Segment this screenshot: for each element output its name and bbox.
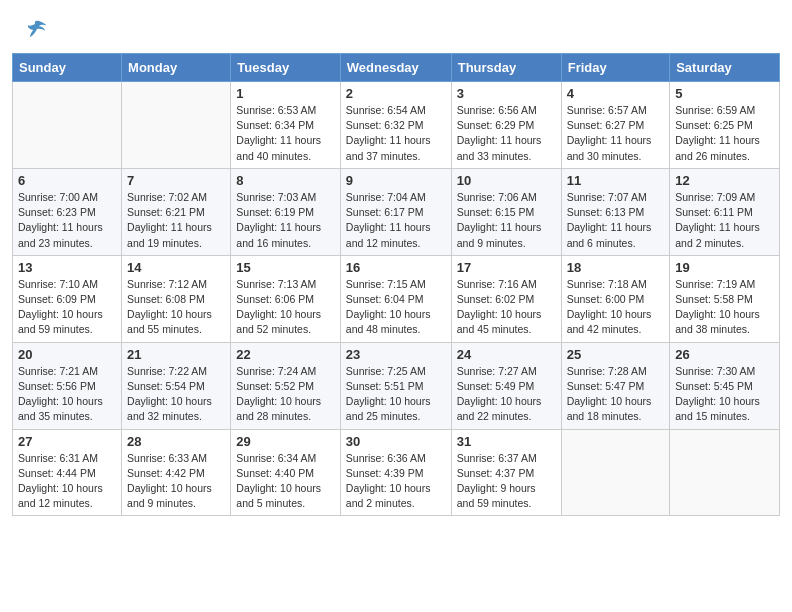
day-info: Sunrise: 6:33 AM Sunset: 4:42 PM Dayligh… [127,451,225,512]
calendar-cell: 26Sunrise: 7:30 AM Sunset: 5:45 PM Dayli… [670,342,780,429]
day-info: Sunrise: 6:57 AM Sunset: 6:27 PM Dayligh… [567,103,665,164]
calendar-cell: 18Sunrise: 7:18 AM Sunset: 6:00 PM Dayli… [561,255,670,342]
weekday-header-saturday: Saturday [670,54,780,82]
day-number: 22 [236,347,334,362]
calendar-cell: 20Sunrise: 7:21 AM Sunset: 5:56 PM Dayli… [13,342,122,429]
day-info: Sunrise: 7:24 AM Sunset: 5:52 PM Dayligh… [236,364,334,425]
day-number: 24 [457,347,556,362]
weekday-header-wednesday: Wednesday [340,54,451,82]
day-info: Sunrise: 7:07 AM Sunset: 6:13 PM Dayligh… [567,190,665,251]
day-info: Sunrise: 7:10 AM Sunset: 6:09 PM Dayligh… [18,277,116,338]
calendar-cell: 27Sunrise: 6:31 AM Sunset: 4:44 PM Dayli… [13,429,122,516]
day-number: 4 [567,86,665,101]
day-info: Sunrise: 7:16 AM Sunset: 6:02 PM Dayligh… [457,277,556,338]
calendar-cell: 15Sunrise: 7:13 AM Sunset: 6:06 PM Dayli… [231,255,340,342]
day-info: Sunrise: 6:56 AM Sunset: 6:29 PM Dayligh… [457,103,556,164]
day-number: 6 [18,173,116,188]
day-info: Sunrise: 7:13 AM Sunset: 6:06 PM Dayligh… [236,277,334,338]
calendar-cell: 1Sunrise: 6:53 AM Sunset: 6:34 PM Daylig… [231,82,340,169]
day-number: 8 [236,173,334,188]
day-number: 1 [236,86,334,101]
day-number: 28 [127,434,225,449]
day-number: 15 [236,260,334,275]
day-info: Sunrise: 7:28 AM Sunset: 5:47 PM Dayligh… [567,364,665,425]
day-info: Sunrise: 7:00 AM Sunset: 6:23 PM Dayligh… [18,190,116,251]
day-number: 27 [18,434,116,449]
day-info: Sunrise: 7:03 AM Sunset: 6:19 PM Dayligh… [236,190,334,251]
calendar-cell: 12Sunrise: 7:09 AM Sunset: 6:11 PM Dayli… [670,168,780,255]
calendar-container: SundayMondayTuesdayWednesdayThursdayFrid… [0,53,792,528]
weekday-header-monday: Monday [122,54,231,82]
calendar-cell: 25Sunrise: 7:28 AM Sunset: 5:47 PM Dayli… [561,342,670,429]
day-number: 18 [567,260,665,275]
calendar-cell: 24Sunrise: 7:27 AM Sunset: 5:49 PM Dayli… [451,342,561,429]
day-info: Sunrise: 7:15 AM Sunset: 6:04 PM Dayligh… [346,277,446,338]
calendar-cell: 19Sunrise: 7:19 AM Sunset: 5:58 PM Dayli… [670,255,780,342]
day-number: 12 [675,173,774,188]
day-number: 10 [457,173,556,188]
day-number: 26 [675,347,774,362]
calendar-cell: 4Sunrise: 6:57 AM Sunset: 6:27 PM Daylig… [561,82,670,169]
calendar-cell: 13Sunrise: 7:10 AM Sunset: 6:09 PM Dayli… [13,255,122,342]
calendar-cell: 2Sunrise: 6:54 AM Sunset: 6:32 PM Daylig… [340,82,451,169]
day-number: 21 [127,347,225,362]
day-number: 19 [675,260,774,275]
calendar-week-4: 20Sunrise: 7:21 AM Sunset: 5:56 PM Dayli… [13,342,780,429]
day-info: Sunrise: 7:21 AM Sunset: 5:56 PM Dayligh… [18,364,116,425]
calendar-cell: 8Sunrise: 7:03 AM Sunset: 6:19 PM Daylig… [231,168,340,255]
calendar-cell: 10Sunrise: 7:06 AM Sunset: 6:15 PM Dayli… [451,168,561,255]
calendar-cell [13,82,122,169]
day-info: Sunrise: 7:09 AM Sunset: 6:11 PM Dayligh… [675,190,774,251]
calendar-cell: 9Sunrise: 7:04 AM Sunset: 6:17 PM Daylig… [340,168,451,255]
day-info: Sunrise: 6:34 AM Sunset: 4:40 PM Dayligh… [236,451,334,512]
calendar-cell [122,82,231,169]
calendar-cell: 23Sunrise: 7:25 AM Sunset: 5:51 PM Dayli… [340,342,451,429]
day-info: Sunrise: 6:54 AM Sunset: 6:32 PM Dayligh… [346,103,446,164]
calendar-cell: 11Sunrise: 7:07 AM Sunset: 6:13 PM Dayli… [561,168,670,255]
day-number: 7 [127,173,225,188]
day-number: 11 [567,173,665,188]
calendar-week-3: 13Sunrise: 7:10 AM Sunset: 6:09 PM Dayli… [13,255,780,342]
calendar-cell: 7Sunrise: 7:02 AM Sunset: 6:21 PM Daylig… [122,168,231,255]
calendar-table: SundayMondayTuesdayWednesdayThursdayFrid… [12,53,780,516]
day-info: Sunrise: 6:37 AM Sunset: 4:37 PM Dayligh… [457,451,556,512]
day-info: Sunrise: 6:53 AM Sunset: 6:34 PM Dayligh… [236,103,334,164]
day-number: 5 [675,86,774,101]
weekday-header-tuesday: Tuesday [231,54,340,82]
calendar-cell: 31Sunrise: 6:37 AM Sunset: 4:37 PM Dayli… [451,429,561,516]
day-info: Sunrise: 6:59 AM Sunset: 6:25 PM Dayligh… [675,103,774,164]
day-number: 9 [346,173,446,188]
day-number: 30 [346,434,446,449]
logo-bird-icon [26,18,48,40]
logo-text [24,18,48,45]
day-number: 31 [457,434,556,449]
day-number: 23 [346,347,446,362]
calendar-cell: 5Sunrise: 6:59 AM Sunset: 6:25 PM Daylig… [670,82,780,169]
day-info: Sunrise: 7:06 AM Sunset: 6:15 PM Dayligh… [457,190,556,251]
day-number: 20 [18,347,116,362]
day-number: 14 [127,260,225,275]
calendar-cell: 29Sunrise: 6:34 AM Sunset: 4:40 PM Dayli… [231,429,340,516]
day-info: Sunrise: 7:02 AM Sunset: 6:21 PM Dayligh… [127,190,225,251]
logo [24,18,48,45]
calendar-cell: 28Sunrise: 6:33 AM Sunset: 4:42 PM Dayli… [122,429,231,516]
day-info: Sunrise: 7:19 AM Sunset: 5:58 PM Dayligh… [675,277,774,338]
day-info: Sunrise: 7:25 AM Sunset: 5:51 PM Dayligh… [346,364,446,425]
calendar-body: 1Sunrise: 6:53 AM Sunset: 6:34 PM Daylig… [13,82,780,516]
calendar-week-1: 1Sunrise: 6:53 AM Sunset: 6:34 PM Daylig… [13,82,780,169]
calendar-cell: 3Sunrise: 6:56 AM Sunset: 6:29 PM Daylig… [451,82,561,169]
calendar-cell [561,429,670,516]
weekday-header-thursday: Thursday [451,54,561,82]
day-number: 2 [346,86,446,101]
day-number: 3 [457,86,556,101]
calendar-week-2: 6Sunrise: 7:00 AM Sunset: 6:23 PM Daylig… [13,168,780,255]
calendar-week-5: 27Sunrise: 6:31 AM Sunset: 4:44 PM Dayli… [13,429,780,516]
day-info: Sunrise: 7:30 AM Sunset: 5:45 PM Dayligh… [675,364,774,425]
calendar-cell: 30Sunrise: 6:36 AM Sunset: 4:39 PM Dayli… [340,429,451,516]
calendar-header: SundayMondayTuesdayWednesdayThursdayFrid… [13,54,780,82]
weekday-header-friday: Friday [561,54,670,82]
calendar-cell: 16Sunrise: 7:15 AM Sunset: 6:04 PM Dayli… [340,255,451,342]
day-number: 17 [457,260,556,275]
day-number: 29 [236,434,334,449]
day-info: Sunrise: 7:04 AM Sunset: 6:17 PM Dayligh… [346,190,446,251]
